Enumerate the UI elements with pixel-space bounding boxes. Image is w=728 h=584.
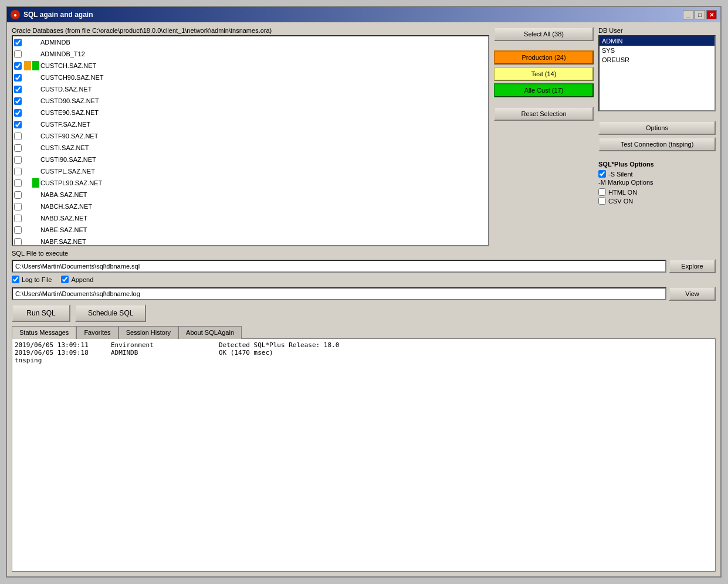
tab-content: 2019/06/05 13:09:11EnvironmentDetected S… — [12, 338, 716, 572]
db-checkbox[interactable] — [14, 226, 22, 234]
csv-on-row: CSV ON — [598, 197, 716, 205]
db-checkbox[interactable] — [14, 62, 22, 70]
tab-session-history[interactable]: Session History — [118, 326, 178, 339]
db-item-label: NABD.SAZ.NET — [40, 215, 487, 222]
db-list-item[interactable]: CUSTPL.SAZ.NET — [13, 165, 488, 177]
db-item-label: CUSTI.SAZ.NET — [40, 144, 487, 151]
tab-favorites[interactable]: Favorites — [76, 326, 118, 339]
db-checkbox[interactable] — [14, 50, 22, 58]
db-list-item[interactable]: NABCH.SAZ.NET — [13, 201, 488, 212]
db-checkbox[interactable] — [14, 215, 22, 222]
db-user-panel: DB User ADMINSYSOREUSR — [598, 27, 716, 111]
db-checkbox[interactable] — [14, 133, 22, 140]
db-list-item[interactable]: NABE.SAZ.NET — [13, 224, 488, 236]
db-item-label: CUSTPL.SAZ.NET — [40, 168, 487, 175]
sql-file-row: Explore — [12, 259, 716, 273]
tabs-section: Status MessagesFavoritesSession HistoryA… — [12, 325, 716, 572]
alle-cust-button[interactable]: Alle Cust (17) — [494, 83, 594, 97]
status-source: Environment — [111, 341, 216, 349]
top-section: Oracle Databases (from file C:\oracle\pr… — [12, 27, 716, 246]
test-button[interactable]: Test (14) — [494, 67, 594, 81]
sql-file-section: SQL File to execute Explore Log to File … — [12, 250, 716, 301]
run-sql-button[interactable]: Run SQL — [12, 304, 70, 322]
db-checkbox[interactable] — [14, 86, 22, 93]
db-item-label: CUSTPL90.SAZ.NET — [40, 179, 487, 186]
db-list-item[interactable]: CUSTE90.SAZ.NET — [13, 107, 488, 118]
options-section: Options Test Connection (tnsping) — [598, 121, 716, 151]
log-path-input[interactable] — [12, 287, 666, 300]
title-buttons: _ □ ✕ — [683, 10, 717, 19]
sqlplus-title: SQL*Plus Options — [598, 161, 716, 168]
title-bar: ● SQL again and again _ □ ✕ — [7, 7, 720, 22]
db-item-label: NABE.SAZ.NET — [40, 226, 487, 233]
tab-status-messages[interactable]: Status Messages — [12, 326, 76, 339]
db-checkbox[interactable] — [14, 97, 22, 105]
db-list-item[interactable]: CUSTD90.SAZ.NET — [13, 95, 488, 107]
title-bar-left: ● SQL again and again — [11, 10, 93, 19]
db-list-item[interactable]: CUSTI.SAZ.NET — [13, 142, 488, 154]
db-checkbox[interactable] — [14, 179, 22, 187]
main-window: ● SQL again and again _ □ ✕ Oracle Datab… — [6, 6, 722, 578]
s-silent-checkbox[interactable] — [598, 170, 606, 178]
db-list-item[interactable]: ADMINDB_T12 — [13, 48, 488, 60]
db-checkbox[interactable] — [14, 109, 22, 117]
db-list-item[interactable]: CUSTPL90.SAZ.NET — [13, 177, 488, 189]
db-checkbox[interactable] — [14, 39, 22, 46]
db-user-item[interactable]: ADMIN — [600, 36, 715, 46]
html-on-checkbox[interactable] — [598, 188, 606, 196]
select-all-button[interactable]: Select All (38) — [494, 27, 594, 41]
db-list-item[interactable]: CUSTI90.SAZ.NET — [13, 154, 488, 165]
db-checkbox[interactable] — [14, 191, 22, 199]
db-item-label: NABCH.SAZ.NET — [40, 203, 487, 210]
db-checkbox[interactable] — [14, 168, 22, 175]
db-item-label: CUSTF90.SAZ.NET — [40, 133, 487, 140]
db-user-item[interactable]: OREUSR — [600, 55, 715, 64]
log-to-file-checkbox[interactable] — [12, 276, 19, 283]
db-checkbox[interactable] — [14, 121, 22, 128]
log-row: Log to File Append — [12, 276, 716, 284]
db-checkbox[interactable] — [14, 238, 22, 246]
status-message: OK (1470 msec) — [219, 349, 713, 364]
db-list-item[interactable]: ADMINDB — [13, 36, 488, 48]
append-checkbox[interactable] — [61, 276, 69, 283]
schedule-sql-button[interactable]: Schedule SQL — [75, 304, 146, 322]
log-to-file-row: Log to File — [12, 276, 52, 283]
db-panel-label: Oracle Databases (from file C:\oracle\pr… — [12, 27, 489, 34]
csv-on-checkbox[interactable] — [598, 197, 606, 205]
db-list-item[interactable]: NABF.SAZ.NET — [13, 236, 488, 246]
tab-about-sqlagain[interactable]: About SQLAgain — [178, 326, 242, 339]
db-list-item[interactable]: CUSTCH90.SAZ.NET — [13, 72, 488, 83]
right-column: DB User ADMINSYSOREUSR Options Test Conn… — [598, 27, 716, 246]
db-list-item[interactable]: CUSTD.SAZ.NET — [13, 83, 488, 95]
db-user-list[interactable]: ADMINSYSOREUSR — [598, 35, 716, 111]
db-user-item[interactable]: SYS — [600, 46, 715, 55]
html-on-label: HTML ON — [608, 189, 637, 196]
middle-buttons-panel: Select All (38) Production (24) Test (14… — [494, 27, 594, 246]
db-list-container[interactable]: ADMINDBADMINDB_T12CUSTCH.SAZ.NETCUSTCH90… — [12, 35, 489, 246]
close-button[interactable]: ✕ — [706, 10, 717, 19]
reset-selection-button[interactable]: Reset Selection — [494, 107, 594, 121]
db-list-item[interactable]: CUSTF90.SAZ.NET — [13, 130, 488, 142]
db-list-item[interactable]: CUSTF.SAZ.NET — [13, 118, 488, 130]
db-item-label: ADMINDB — [40, 39, 487, 46]
db-checkbox[interactable] — [14, 156, 22, 164]
db-list-item[interactable]: NABA.SAZ.NET — [13, 189, 488, 201]
sql-file-input[interactable] — [12, 260, 666, 273]
db-checkbox[interactable] — [14, 203, 22, 210]
db-item-label: CUSTE90.SAZ.NET — [40, 109, 487, 116]
options-button[interactable]: Options — [598, 121, 716, 135]
production-button[interactable]: Production (24) — [494, 50, 594, 64]
db-list-item[interactable]: NABD.SAZ.NET — [13, 212, 488, 224]
view-button[interactable]: View — [669, 287, 716, 301]
db-panel: Oracle Databases (from file C:\oracle\pr… — [12, 27, 489, 246]
maximize-button[interactable]: □ — [695, 10, 705, 19]
db-list-item[interactable]: CUSTCH.SAZ.NET — [13, 60, 488, 72]
run-section: Run SQL Schedule SQL — [12, 304, 716, 322]
db-item-label: CUSTI90.SAZ.NET — [40, 156, 487, 163]
test-connection-button[interactable]: Test Connection (tnsping) — [598, 137, 716, 151]
db-checkbox[interactable] — [14, 144, 22, 152]
explore-button[interactable]: Explore — [669, 259, 716, 273]
db-item-label: CUSTCH.SAZ.NET — [40, 62, 487, 69]
minimize-button[interactable]: _ — [683, 10, 693, 19]
db-checkbox[interactable] — [14, 74, 22, 82]
